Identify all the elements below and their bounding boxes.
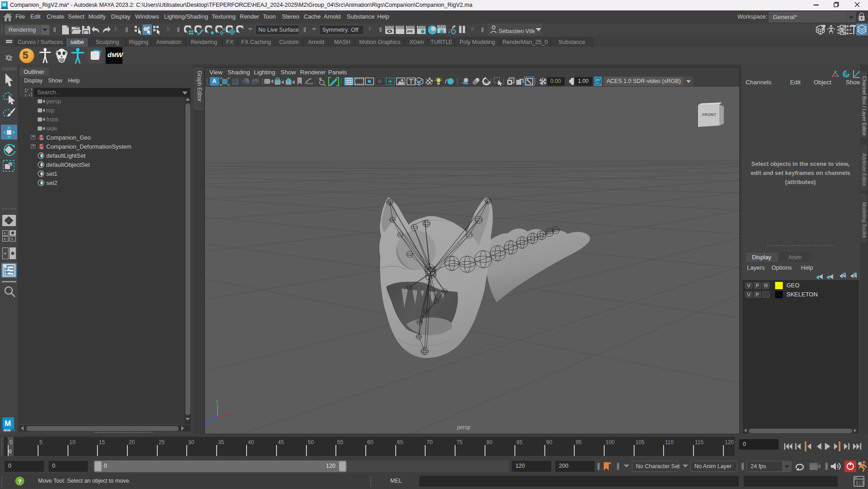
- svg-text:M: M: [5, 419, 11, 428]
- svg-text:{;}: {;}: [856, 481, 864, 486]
- svg-text:ON: ON: [596, 80, 601, 84]
- svg-text:M: M: [2, 2, 6, 7]
- svg-text:?: ?: [18, 478, 22, 485]
- svg-text:AYA: AYA: [4, 428, 11, 431]
- svg-text:z: z: [205, 421, 208, 426]
- svg-text:FRONT: FRONT: [702, 112, 717, 117]
- svg-text:persp: persp: [457, 424, 470, 431]
- svg-text:y: y: [216, 398, 218, 403]
- svg-text:x: x: [230, 412, 233, 417]
- svg-text:IPR: IPR: [407, 29, 413, 34]
